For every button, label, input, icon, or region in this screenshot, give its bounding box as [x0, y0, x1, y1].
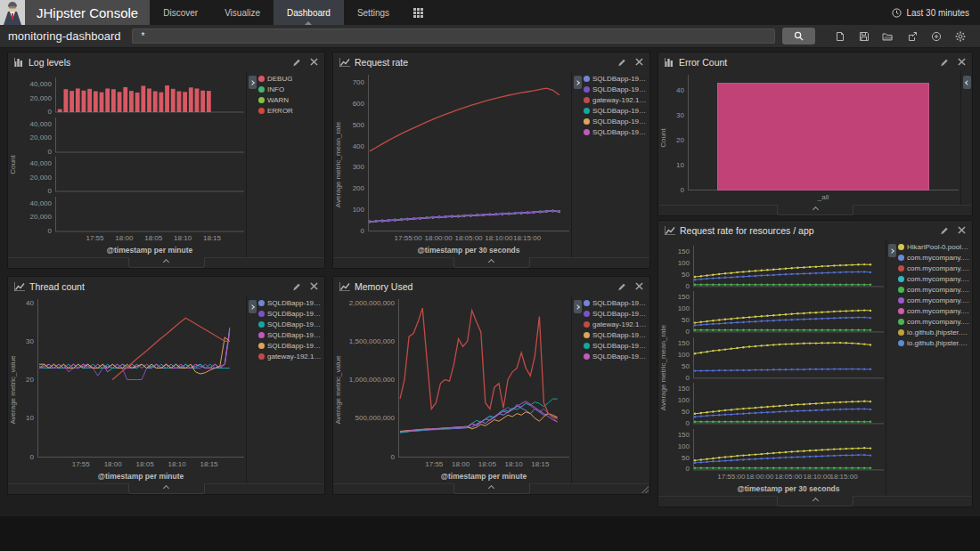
- legend-item[interactable]: SQLDBapp-192.168.4...: [258, 299, 323, 307]
- legend-item[interactable]: INFO: [258, 85, 323, 93]
- legend-item[interactable]: DEBUG: [258, 75, 323, 83]
- close-icon[interactable]: [310, 282, 318, 290]
- panel-collapse-button[interactable]: [453, 483, 530, 494]
- query-input[interactable]: [132, 28, 775, 44]
- chart-canvas: [693, 425, 884, 471]
- legend-item[interactable]: com.mycompany.myap...: [898, 286, 970, 294]
- panel-collapse-button[interactable]: [128, 257, 205, 268]
- brand[interactable]: JHipster Console: [0, 0, 150, 25]
- legend-collapse-button[interactable]: [249, 300, 257, 313]
- x-axis-tick: 17:55:00: [717, 473, 745, 481]
- edit-pencil-icon[interactable]: [940, 58, 949, 67]
- edit-pencil-icon[interactable]: [940, 226, 949, 235]
- save-dashboard-button[interactable]: [852, 28, 876, 45]
- nav-item-visualize[interactable]: Visualize: [211, 0, 274, 25]
- panel-footer: [8, 257, 324, 268]
- y-axis-tick: 100: [353, 206, 364, 214]
- legend-color-dot: [584, 343, 590, 349]
- bar-chart-icon: [665, 58, 674, 67]
- legend-collapse-button[interactable]: [574, 76, 582, 89]
- close-icon[interactable]: [958, 226, 966, 234]
- panel-collapse-button[interactable]: [777, 205, 853, 215]
- legend-item[interactable]: SQLDBapp-192.168.4...: [258, 320, 323, 328]
- panel-header[interactable]: Error Count: [658, 53, 972, 71]
- legend-item[interactable]: gateway-192.168.43.8:...: [258, 352, 323, 361]
- search-button[interactable]: [782, 28, 815, 45]
- panel-collapse-button[interactable]: [128, 483, 205, 494]
- panel-title: Memory Used: [355, 281, 412, 292]
- legend-item[interactable]: SQLDBapp-192.168.4...: [584, 117, 648, 126]
- legend-collapse-button[interactable]: [963, 76, 971, 89]
- legend-item[interactable]: SQLDBapp-192.168.4...: [584, 310, 648, 318]
- nav-item-settings[interactable]: Settings: [344, 0, 403, 25]
- panel-resources-app: Request rate for resources / app Average…: [657, 220, 973, 507]
- legend-collapse-button[interactable]: [574, 300, 582, 313]
- y-axis-tick: 200: [353, 184, 364, 192]
- legend-item[interactable]: SQLDBapp-192.168.4...: [584, 331, 648, 339]
- legend-item[interactable]: WARN: [258, 96, 323, 104]
- legend: HikariPool-0.pool.Waitcom.mycompany.myap…: [886, 239, 972, 496]
- legend-item[interactable]: HikariPool-0.pool.Wait: [898, 243, 970, 251]
- legend-item[interactable]: ERROR: [258, 107, 323, 115]
- close-icon[interactable]: [635, 282, 643, 290]
- legend-item[interactable]: com.mycompany.myap...: [898, 307, 970, 315]
- new-dashboard-button[interactable]: [828, 28, 852, 45]
- panel-title: Request rate for resources / app: [680, 225, 814, 236]
- y-axis-tick: 100: [678, 351, 690, 359]
- legend-item[interactable]: com.mycompany.myap...: [898, 318, 970, 326]
- edit-pencil-icon[interactable]: [292, 282, 301, 291]
- legend-item[interactable]: SQLDBapp-192.168.4...: [584, 352, 648, 361]
- panel-header[interactable]: Thread count: [8, 277, 324, 296]
- panel-collapse-button[interactable]: [777, 496, 853, 506]
- legend-item[interactable]: SQLDBapp-192.168.4...: [584, 342, 648, 350]
- x-axis-tick: 18:15: [203, 234, 221, 242]
- x-axis-tick: _all: [818, 193, 829, 201]
- legend-item[interactable]: SQLDBapp-192.168.4...: [584, 75, 648, 83]
- legend-item[interactable]: com.mycompany.myap...: [898, 275, 970, 283]
- legend-item[interactable]: SQLDBapp-192.168.4...: [584, 299, 648, 307]
- close-icon[interactable]: [958, 58, 966, 66]
- legend-item[interactable]: com.mycompany.myap...: [898, 296, 970, 304]
- legend-item[interactable]: SQLDBapp-192.168.4...: [584, 85, 648, 93]
- time-picker[interactable]: Last 30 minutes: [892, 0, 980, 25]
- edit-pencil-icon[interactable]: [617, 58, 626, 67]
- legend-item[interactable]: SQLDBapp-192.168.4...: [584, 107, 648, 115]
- bar-chart-icon: [14, 58, 24, 67]
- panel-header[interactable]: Log levels: [8, 53, 324, 71]
- legend-item[interactable]: SQLDBapp-192.168.4...: [258, 342, 323, 350]
- panel-collapse-button[interactable]: [453, 257, 530, 268]
- share-button[interactable]: [900, 28, 924, 45]
- close-icon[interactable]: [635, 58, 643, 66]
- legend-item[interactable]: SQLDBapp-192.168.4...: [258, 331, 323, 339]
- x-axis-tick: 18:10:00: [485, 234, 512, 242]
- y-axis-tick: 50: [682, 362, 690, 370]
- chart-error-count: 403020100_all: [670, 71, 960, 205]
- panel-header[interactable]: Request rate: [333, 53, 649, 71]
- resize-handle[interactable]: [641, 486, 649, 493]
- legend-item[interactable]: com.mycompany.myap...: [898, 254, 970, 262]
- legend-item[interactable]: gateway-192.168.43.8:...: [584, 320, 648, 328]
- legend-item[interactable]: gateway-192.168.43.8:...: [584, 96, 648, 104]
- panel-header[interactable]: Memory Used: [333, 277, 649, 296]
- y-axis-tick: 10: [26, 414, 34, 422]
- options-button[interactable]: [948, 28, 972, 45]
- legend-item[interactable]: io.github.jhipster.web.r...: [898, 339, 970, 347]
- nav-item-dashboard[interactable]: Dashboard: [274, 0, 344, 25]
- legend-item[interactable]: SQLDBapp-192.168.4...: [258, 310, 323, 318]
- legend-item[interactable]: io.github.jhipster.web.r...: [898, 328, 970, 336]
- load-dashboard-button[interactable]: [876, 28, 900, 45]
- edit-pencil-icon[interactable]: [292, 58, 301, 67]
- legend-collapse-button[interactable]: [888, 244, 896, 257]
- edit-pencil-icon[interactable]: [617, 282, 626, 291]
- legend-collapse-button[interactable]: [249, 76, 257, 89]
- y-axis-tick: 400: [353, 142, 364, 150]
- nav-item-discover[interactable]: Discover: [150, 0, 211, 25]
- close-icon[interactable]: [310, 58, 318, 66]
- add-visualization-button[interactable]: [924, 28, 948, 45]
- x-axis-tick: 17:55: [86, 234, 104, 242]
- x-axis-tick: 18:15:00: [513, 234, 541, 242]
- panel-header[interactable]: Request rate for resources / app: [658, 221, 972, 239]
- legend-item[interactable]: SQLDBapp-192.168.4...: [584, 128, 648, 136]
- legend-item[interactable]: com.mycompany.myap...: [898, 264, 970, 272]
- apps-grid-icon[interactable]: [403, 0, 434, 25]
